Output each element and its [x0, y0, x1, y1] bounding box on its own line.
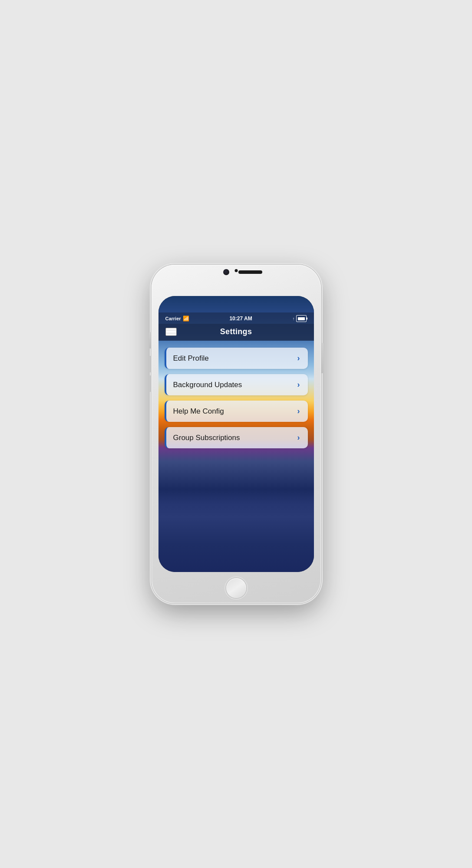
- chevron-right-icon: ›: [297, 354, 300, 363]
- hamburger-line-2: [166, 331, 176, 332]
- nav-title: Settings: [220, 327, 252, 336]
- carrier-label: Carrier: [165, 316, 181, 321]
- help-me-config-label: Help Me Config: [166, 407, 224, 416]
- hamburger-line-3: [166, 334, 176, 335]
- chevron-right-icon: ›: [297, 407, 300, 416]
- speaker: [238, 270, 262, 274]
- menu-item-group-subscriptions[interactable]: Group Subscriptions ›: [165, 427, 308, 448]
- time-display: 10:27 AM: [229, 316, 252, 322]
- battery-icon: [296, 315, 307, 322]
- screen-content: Carrier 📶 10:27 AM ↑: [158, 312, 314, 572]
- front-camera: [223, 269, 229, 275]
- menu-item-edit-profile[interactable]: Edit Profile ›: [165, 348, 308, 369]
- background-updates-label: Background Updates: [166, 381, 242, 389]
- navigation-bar: Settings: [158, 324, 314, 341]
- menu-item-help-me-config[interactable]: Help Me Config ›: [165, 401, 308, 422]
- phone-screen: Carrier 📶 10:27 AM ↑: [158, 296, 314, 572]
- group-subscriptions-label: Group Subscriptions: [166, 434, 240, 442]
- status-left: Carrier 📶: [165, 316, 189, 322]
- menu-list: Edit Profile › Background Updates › Help…: [158, 341, 314, 455]
- chevron-right-icon: ›: [297, 433, 300, 442]
- camera-dot: [234, 269, 238, 272]
- status-right: ↑: [292, 315, 307, 322]
- edit-profile-label: Edit Profile: [166, 354, 209, 363]
- hamburger-button[interactable]: [165, 328, 177, 336]
- location-icon: ↑: [292, 316, 294, 321]
- hamburger-line-1: [166, 329, 176, 330]
- status-bar: Carrier 📶 10:27 AM ↑: [158, 312, 314, 324]
- wifi-icon: 📶: [183, 316, 189, 322]
- home-button[interactable]: [226, 578, 246, 598]
- menu-item-background-updates[interactable]: Background Updates ›: [165, 374, 308, 395]
- phone-device: Carrier 📶 10:27 AM ↑: [152, 265, 321, 603]
- chevron-right-icon: ›: [297, 380, 300, 389]
